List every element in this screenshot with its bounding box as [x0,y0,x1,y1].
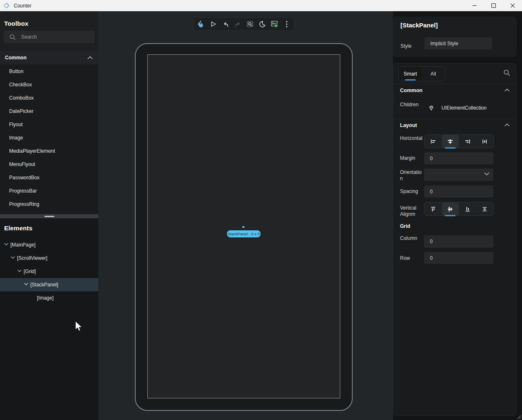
splitter-handle-icon [44,216,54,217]
play-icon[interactable] [208,19,219,29]
maximize-button[interactable] [484,0,503,11]
tree-item-scrollviewer[interactable]: [ScrollViewer] [0,252,98,265]
margin-input[interactable] [424,152,493,164]
design-toolbar [194,17,294,31]
section-common: Common [400,88,422,93]
left-sidebar: Toolbox Common Button CheckBox ComboBox … [0,11,98,420]
redo-icon[interactable] [232,19,243,29]
inspector-header-card: [StackPanel] Style [393,17,517,57]
tree-item-label: [MainPage] [10,242,36,248]
tree-item-stackpanel[interactable]: [StackPanel] [0,278,98,291]
align-stretch-button[interactable] [476,135,494,148]
chevron-up-icon [88,56,93,59]
connection-status-check-icon[interactable] [269,19,280,29]
inspector-properties-card: Smart All Common Children UIElementColle… [393,63,517,416]
align-vstretch-button[interactable] [476,203,494,215]
toolbox-item-datepicker[interactable]: DatePicker [0,105,98,118]
more-options-icon[interactable] [281,19,292,29]
align-right-button[interactable] [459,135,476,148]
toolbox-search[interactable] [4,31,95,43]
horizontal-alignment-control [424,134,494,148]
children-label: Children [400,102,424,108]
toolbox-item-passwordbox[interactable]: PasswordBox [0,171,98,184]
toolbox-item-button[interactable]: Button [0,65,98,78]
tree-item-label: [ScrollViewer] [17,255,47,261]
tree-item-label: [StackPanel] [30,282,58,288]
horizontal-alignment-label: Horizontal [400,135,424,142]
toolbox-item-image[interactable]: Image [0,131,98,144]
elements-title: Elements [4,225,32,232]
grid-column-input[interactable] [424,235,493,248]
mouse-cursor [74,320,83,333]
search-icon [10,34,16,40]
undo-icon[interactable] [220,19,231,29]
spacing-input[interactable] [424,186,493,198]
tab-smart[interactable]: Smart [399,67,422,81]
selected-element-title: [StackPanel] [400,22,438,29]
toolbox-item-checkbox[interactable]: CheckBox [0,78,98,91]
search-icon[interactable] [503,69,510,76]
style-label: Style [400,43,412,49]
align-bottom-button[interactable] [459,203,476,215]
vertical-alignment-control [424,202,494,216]
vertical-alignment-label: Vertical Alignm [400,205,424,217]
margin-label: Margin [400,155,424,161]
tab-all[interactable]: All [422,67,445,81]
chevron-up-icon[interactable] [505,123,510,127]
collection-type-icon [428,105,434,111]
align-left-button[interactable] [424,135,442,148]
section-grid: Grid [400,223,410,229]
inspector-tabs: Smart All [398,66,445,81]
toolbox-item-flyout[interactable]: Flyout [0,118,98,131]
toolbox-item-menuflyout[interactable]: MenuFlyout [0,158,98,171]
toolbox-item-mediaplayerelement[interactable]: MediaPlayerElement [0,144,98,158]
zoom-selection-icon[interactable] [245,19,256,29]
orientation-label: Orientation [400,169,424,182]
resize-grip-icon[interactable] [517,415,521,419]
children-value: UIElementCollection [442,105,487,111]
minimize-button[interactable] [465,0,484,11]
designer-window: Counter Toolbox Common Button CheckBox [0,0,522,420]
app-logo-icon [3,2,10,9]
sidebar-splitter[interactable] [0,214,98,218]
tree-item-grid[interactable]: [Grid] [0,265,98,278]
chevron-down-icon[interactable] [24,283,28,286]
selected-element-handle[interactable] [242,226,244,228]
align-center-button[interactable] [442,135,459,148]
toolbox-group-common[interactable]: Common [0,51,98,64]
toolbox-item-list: Button CheckBox ComboBox DatePicker Flyo… [0,65,98,214]
grid-row-label: Row [400,255,424,261]
element-tree: [MainPage] [ScrollViewer] [Grid] [StackP… [0,238,98,305]
selection-badge: StackPanel - 0 x 0 [227,230,261,237]
design-canvas[interactable]: StackPanel - 0 x 0 [98,11,393,420]
tree-item-mainpage[interactable]: [MainPage] [0,238,98,252]
toolbox-item-progressring[interactable]: ProgressRing [0,198,98,211]
align-vcenter-button[interactable] [442,203,459,215]
toolbox-title: Toolbox [4,20,29,27]
toolbox-group-label: Common [5,55,27,61]
hot-reload-flame-icon[interactable] [196,19,207,29]
toolbox-item-combobox[interactable]: ComboBox [0,91,98,105]
style-input[interactable] [424,37,492,49]
tree-item-image[interactable]: [Image] [0,291,98,305]
spacing-label: Spacing [400,188,424,195]
close-button[interactable] [503,0,522,11]
titlebar: Counter [0,0,522,11]
grid-row-input[interactable] [424,252,493,264]
theme-moon-icon[interactable] [257,19,268,29]
tree-item-label: [Grid] [24,269,36,274]
align-top-button[interactable] [424,203,442,215]
chevron-down-icon[interactable] [11,256,15,259]
elements-panel: Elements [MainPage] [ScrollViewer] [Grid… [0,218,98,420]
grid-column-label: Column [400,235,424,242]
chevron-up-icon[interactable] [505,88,510,92]
toolbox-item-progressbar[interactable]: ProgressBar [0,184,98,198]
tree-item-label: [Image] [37,295,54,301]
chevron-down-icon[interactable] [17,269,22,272]
property-inspector: [StackPanel] Style Smart All Common Chil… [393,11,522,420]
window-title: Counter [14,3,32,9]
toolbox-search-input[interactable] [21,34,88,40]
orientation-select[interactable] [424,168,493,181]
section-layout: Layout [400,122,417,128]
chevron-down-icon[interactable] [4,243,8,246]
